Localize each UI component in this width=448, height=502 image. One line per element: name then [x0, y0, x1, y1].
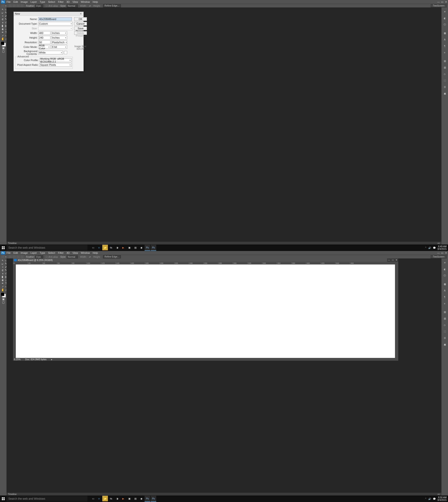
- doc-info-flyout-icon[interactable]: ▸: [51, 358, 52, 361]
- system-clock[interactable]: 8:50 AM8/3/2015: [437, 496, 447, 502]
- task-cmd-icon[interactable]: ▣: [127, 245, 132, 250]
- panel-type-icon[interactable]: A: [442, 287, 448, 294]
- menu-image[interactable]: Image: [21, 251, 28, 254]
- par-select[interactable]: Square Pixels: [40, 63, 72, 67]
- search-input[interactable]: Search the web and Windows: [6, 496, 87, 502]
- workspace-switcher[interactable]: TwoScreen: [431, 255, 447, 258]
- task-chrome-icon[interactable]: ◉: [139, 245, 144, 250]
- menu-help[interactable]: Help: [93, 251, 98, 254]
- task-media-icon[interactable]: ▶: [120, 496, 126, 501]
- ok-button[interactable]: OK: [74, 17, 87, 21]
- doc-restore-icon[interactable]: ▭: [391, 258, 395, 262]
- timeline-flyout-icon[interactable]: ▾≡: [437, 493, 440, 496]
- cancel-button[interactable]: Cancel: [74, 22, 87, 26]
- doctype-select[interactable]: Custom: [38, 22, 73, 26]
- panel-history-icon[interactable]: ☀: [442, 259, 448, 266]
- selection-add-icon[interactable]: [13, 255, 16, 258]
- selection-new-icon[interactable]: [9, 255, 12, 258]
- selection-subtract-icon[interactable]: [16, 255, 20, 258]
- bitdepth-select[interactable]: 8 bit: [51, 45, 67, 49]
- panel-timeline-icon[interactable]: ☰: [442, 335, 448, 341]
- menu-type[interactable]: Type: [40, 251, 45, 254]
- task-store-icon[interactable]: 🛍: [108, 496, 114, 501]
- panel-styles-icon[interactable]: ≡: [442, 300, 448, 307]
- panel-paragraph-icon[interactable]: ¶: [442, 294, 448, 300]
- height-input[interactable]: [38, 36, 50, 40]
- task-photoshop2-icon[interactable]: Ps: [151, 245, 156, 251]
- dialog-title-bar[interactable]: New ✕: [14, 12, 83, 16]
- task-store-icon[interactable]: 🛍: [108, 245, 114, 250]
- menu-layer[interactable]: Layer: [31, 251, 37, 254]
- menu-select[interactable]: Select: [48, 251, 55, 254]
- tray-up-icon[interactable]: ˄: [425, 247, 426, 249]
- tray-notifications-icon[interactable]: 💬: [433, 247, 436, 249]
- task-view-icon[interactable]: ▭: [90, 496, 96, 501]
- search-input[interactable]: Search the web and Windows: [6, 245, 87, 251]
- resolution-input[interactable]: [38, 40, 50, 44]
- menu-edit[interactable]: Edit: [14, 251, 18, 254]
- menu-window[interactable]: Window: [81, 251, 90, 254]
- profile-select[interactable]: Working RGB: sRGB IEC61966-2.1: [40, 58, 72, 62]
- width-input[interactable]: [38, 31, 50, 35]
- document-canvas[interactable]: [16, 265, 395, 358]
- window-minimize-icon[interactable]: —: [437, 251, 440, 254]
- resolution-unit-select[interactable]: Pixels/Inch: [51, 40, 67, 44]
- system-clock[interactable]: 8:49 AM8/3/2015: [437, 245, 447, 251]
- task-photoshop-icon[interactable]: Ps: [144, 496, 150, 502]
- start-button[interactable]: [0, 496, 6, 502]
- vertical-scrollbar[interactable]: [395, 265, 398, 358]
- task-view-icon[interactable]: ▭: [90, 245, 96, 250]
- task-explorer-icon[interactable]: 📁: [102, 245, 108, 250]
- menu-view[interactable]: View: [73, 251, 78, 254]
- task-app-icon[interactable]: ◑: [114, 496, 120, 501]
- selection-intersect-icon[interactable]: [20, 255, 24, 258]
- tool-screenmode[interactable]: ▢: [0, 301, 6, 304]
- panel-layers-icon[interactable]: ▤: [442, 309, 448, 315]
- panel-paths-icon[interactable]: ◇: [442, 322, 448, 328]
- task-photoshop-icon[interactable]: Ps: [144, 245, 150, 251]
- foreground-background-swatch[interactable]: [1, 292, 6, 298]
- height-unit-select[interactable]: Inches: [51, 36, 67, 40]
- menu-3d[interactable]: 3D: [66, 251, 70, 254]
- task-calc-icon[interactable]: ▤: [132, 245, 138, 250]
- document-title-bar[interactable]: 40x20BillBoard @ 6.25% (RGB/8) — ▭ ✕: [13, 258, 398, 262]
- window-restore-icon[interactable]: ▭: [441, 251, 444, 254]
- panel-info-icon[interactable]: ⓘ: [442, 272, 448, 279]
- menu-filter[interactable]: Filter: [58, 251, 64, 254]
- dialog-close-icon[interactable]: ✕: [79, 12, 82, 15]
- width-unit-select[interactable]: Inches: [51, 31, 67, 35]
- bgcontents-select[interactable]: White: [38, 51, 63, 54]
- window-close-icon[interactable]: ✕: [444, 251, 448, 254]
- task-media-icon[interactable]: ▶: [120, 245, 126, 250]
- doc-minimize-icon[interactable]: —: [387, 258, 391, 262]
- task-cmd-icon[interactable]: ▣: [127, 496, 132, 501]
- save-preset-button[interactable]: Save Preset...: [74, 27, 87, 30]
- panel-3d-icon[interactable]: ⬚: [442, 328, 448, 335]
- refine-edge-button[interactable]: Refine Edge...: [103, 255, 121, 258]
- panel-swatches-icon[interactable]: ▦: [442, 281, 448, 287]
- task-explorer-icon[interactable]: 📁: [102, 496, 108, 501]
- colormode-select[interactable]: RGB Color: [38, 45, 50, 49]
- doc-close-icon[interactable]: ✕: [395, 258, 398, 262]
- task-calc-icon[interactable]: ▤: [132, 496, 138, 501]
- panel-adjust-icon[interactable]: ◐: [442, 266, 448, 272]
- tool-quickmask[interactable]: ▣: [0, 298, 6, 301]
- menu-file[interactable]: File: [6, 251, 11, 254]
- task-edge-icon[interactable]: e: [96, 245, 102, 250]
- panel-nav-icon[interactable]: ▣: [442, 341, 448, 348]
- tray-up-icon[interactable]: ˄: [425, 498, 426, 500]
- bgcolor-swatch[interactable]: [64, 51, 67, 54]
- task-app-icon[interactable]: ◑: [114, 245, 120, 250]
- tray-volume-icon[interactable]: 🔊: [428, 247, 431, 249]
- timeline-panel[interactable]: Timeline ▾≡: [6, 493, 442, 496]
- task-photoshop2-icon[interactable]: Ps: [151, 496, 156, 502]
- feather-value[interactable]: 0 px: [35, 255, 43, 258]
- name-input[interactable]: [38, 17, 72, 21]
- panel-channels-icon[interactable]: ▥: [442, 315, 448, 322]
- marquee-tool-icon[interactable]: [1, 255, 5, 258]
- task-edge-icon[interactable]: e: [96, 496, 102, 501]
- tray-notifications-icon[interactable]: 💬: [433, 498, 436, 500]
- start-button[interactable]: [0, 245, 6, 251]
- zoom-level[interactable]: 6.25%: [14, 358, 20, 361]
- tray-volume-icon[interactable]: 🔊: [428, 498, 431, 500]
